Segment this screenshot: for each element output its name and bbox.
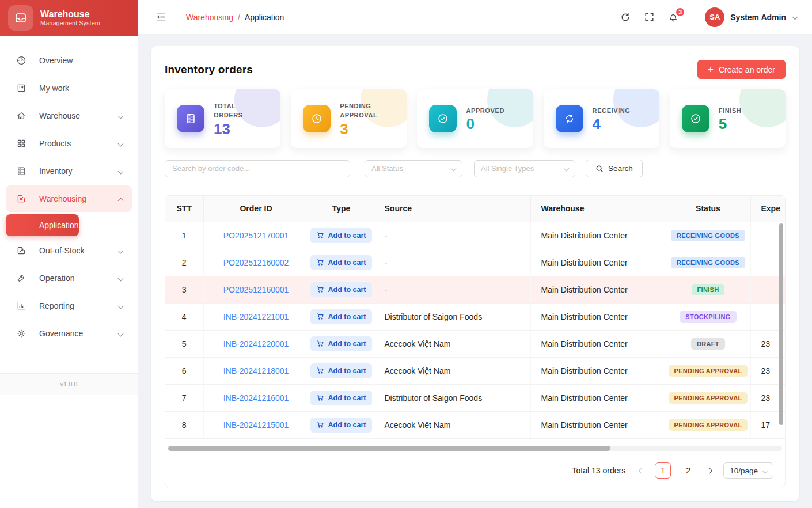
content-area: Inventory orders + Create an order TOTAL…: [138, 35, 812, 508]
stats-row: TOTAL ORDERS 13 PENDING APPROVAL 3: [165, 89, 786, 148]
add-to-cart-button[interactable]: Add to cart: [310, 255, 373, 270]
stat-label: PENDING APPROVAL: [340, 101, 380, 120]
order-id-link[interactable]: PO202512160002: [223, 258, 289, 267]
chevron-down-icon: [564, 166, 570, 172]
table-row: 4 INB-20241221001 Add to cart Distributo…: [165, 303, 785, 330]
next-page-button[interactable]: [705, 467, 714, 475]
refresh-icon[interactable]: [620, 12, 631, 23]
import-icon: [16, 194, 26, 204]
status-badge: FINISH: [692, 284, 725, 295]
warehouse-cell: Main Distribution Center: [530, 249, 666, 276]
row-index: 8: [165, 411, 203, 438]
dashboard-icon: [16, 55, 26, 66]
status-badge: DRAFT: [691, 338, 725, 350]
fullscreen-icon[interactable]: [644, 12, 655, 22]
page-button-2[interactable]: 2: [680, 462, 696, 479]
filter-bar: All Status All Single Types Search: [165, 160, 786, 177]
sidebar-item-reporting[interactable]: Reporting: [6, 293, 132, 319]
order-id-link[interactable]: PO202512170001: [223, 231, 289, 240]
cart-icon: [317, 259, 324, 266]
status-badge: RECEIVING GOODS: [671, 230, 745, 241]
sidebar-item-warehousing[interactable]: Warehousing: [6, 185, 132, 212]
chevron-down-icon: [762, 468, 768, 473]
page-title: Inventory orders: [165, 63, 253, 76]
col-header-stt: STT: [165, 196, 203, 222]
search-input[interactable]: [165, 160, 350, 177]
order-id-link[interactable]: INB-20241216001: [223, 393, 289, 403]
search-icon: [595, 165, 604, 173]
status-badge: PENDING APPROVAL: [669, 419, 748, 431]
stat-value: 5: [719, 116, 742, 131]
add-to-cart-button[interactable]: Add to cart: [310, 391, 373, 405]
order-id-link[interactable]: INB-20241215001: [223, 420, 289, 430]
user-menu[interactable]: SA System Admin: [705, 7, 797, 27]
sidebar-item-products[interactable]: Products: [6, 130, 132, 157]
sidebar-item-operation[interactable]: Operation: [6, 265, 132, 291]
search-button[interactable]: Search: [586, 160, 643, 177]
stat-card-receiving: RECEIVING 4: [544, 89, 659, 148]
stat-label: TOTAL ORDERS: [214, 101, 254, 120]
sidebar-item-out-of-stock[interactable]: Out-of-Stock: [6, 237, 132, 264]
vertical-scrollbar[interactable]: [779, 223, 783, 425]
sidebar-item-governance[interactable]: Governance: [6, 320, 132, 347]
warehouse-cell: Main Distribution Center: [530, 276, 666, 303]
page-size-select[interactable]: 10/page: [723, 462, 773, 479]
col-header-order-id: Order ID: [203, 196, 309, 222]
status-filter-select[interactable]: All Status: [365, 160, 462, 177]
plus-icon: +: [708, 65, 714, 74]
col-header-source: Source: [374, 196, 530, 222]
add-to-cart-button[interactable]: Add to cart: [310, 336, 373, 351]
database-icon: [177, 105, 204, 132]
status-badge: PENDING APPROVAL: [669, 365, 748, 377]
sidebar-item-warehouse[interactable]: Warehouse: [6, 103, 132, 129]
orders-table-container: STT Order ID Type Source Warehouse Statu…: [165, 195, 786, 487]
row-index: 5: [165, 330, 203, 357]
source-cell: -: [374, 222, 530, 249]
order-id-link[interactable]: PO202512160001: [223, 285, 289, 294]
orders-table: STT Order ID Type Source Warehouse Statu…: [165, 196, 785, 439]
avatar: SA: [705, 7, 724, 27]
app-title: Warehouse: [40, 9, 100, 20]
horizontal-scrollbar-thumb[interactable]: [168, 446, 610, 451]
sidebar-item-my-work[interactable]: My work: [6, 75, 132, 101]
chevron-down-icon: [118, 275, 124, 281]
breadcrumb-parent[interactable]: Warehousing: [186, 13, 233, 22]
sidebar-subitem-application[interactable]: Application: [6, 214, 79, 236]
export-icon: [16, 245, 26, 256]
stat-label: RECEIVING: [593, 106, 631, 116]
add-to-cart-button[interactable]: Add to cart: [310, 363, 373, 378]
add-to-cart-button[interactable]: Add to cart: [310, 282, 373, 297]
breadcrumb: Warehousing / Application: [186, 13, 284, 22]
previous-page-button[interactable]: [637, 467, 646, 475]
horizontal-scrollbar-track[interactable]: [168, 446, 782, 451]
table-row-highlighted: 3 PO202512160001 Add to cart - Main Dist…: [165, 276, 785, 303]
total-orders-text: Total 13 orders: [572, 466, 626, 475]
order-id-link[interactable]: INB-20241218001: [223, 366, 289, 376]
add-to-cart-button[interactable]: Add to cart: [310, 309, 373, 324]
topbar: Warehousing / Application 3 SA System Ad: [138, 0, 812, 35]
app-version: v1.0.0: [0, 373, 138, 395]
stat-value: 13: [214, 122, 254, 137]
server-icon: [16, 166, 26, 176]
create-order-button[interactable]: + Create an order: [697, 60, 786, 79]
clock-icon: [303, 105, 331, 132]
type-filter-select[interactable]: All Single Types: [474, 160, 575, 177]
row-index: 3: [165, 276, 203, 303]
sidebar-item-overview[interactable]: Overview: [6, 47, 132, 74]
col-header-type: Type: [309, 196, 374, 222]
divider: [692, 10, 692, 24]
warehouse-cell: Main Distribution Center: [530, 384, 666, 411]
app-subtitle: Management System: [40, 20, 100, 26]
add-to-cart-button[interactable]: Add to cart: [310, 418, 373, 433]
order-id-link[interactable]: INB-20241221001: [223, 312, 289, 321]
table-row: 1 PO202512170001 Add to cart - Main Dist…: [165, 222, 785, 249]
sidebar-item-inventory[interactable]: Inventory: [6, 158, 132, 184]
chevron-up-icon: [118, 198, 124, 203]
chevron-down-icon: [118, 248, 124, 253]
page-button-1[interactable]: 1: [655, 462, 671, 479]
collapse-sidebar-icon[interactable]: [155, 12, 166, 22]
source-cell: Acecook Việt Nam: [374, 357, 530, 384]
order-id-link[interactable]: INB-20241220001: [223, 339, 289, 348]
status-badge: PENDING APPROVAL: [669, 392, 748, 404]
add-to-cart-button[interactable]: Add to cart: [310, 228, 373, 243]
